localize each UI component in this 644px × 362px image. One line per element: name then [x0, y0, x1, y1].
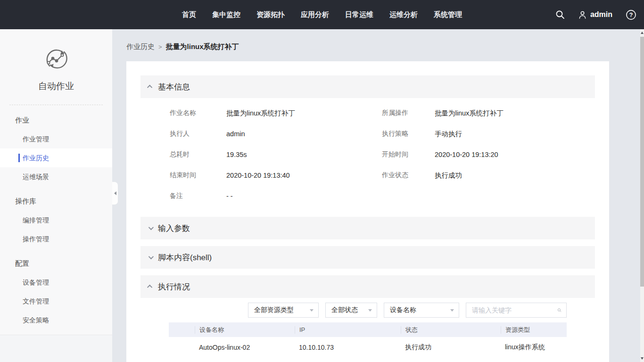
sidebar-footer	[0, 335, 112, 362]
search-field-select[interactable]: 设备名称	[384, 303, 459, 318]
search-icon[interactable]	[555, 10, 565, 19]
scroll-up-button[interactable]	[640, 32, 644, 34]
keyword-search-box	[466, 303, 567, 318]
sidebar-group-config: 配置	[0, 254, 112, 273]
section-basic-info-header[interactable]: 基本信息	[140, 75, 595, 98]
column-header-ip: IP	[295, 326, 401, 334]
table-row[interactable]: AutoOps-linux-02 10.10.10.73 执行成功 linux操…	[169, 337, 567, 358]
field-label: 开始时间	[382, 150, 435, 159]
field-value: 19.35s	[226, 151, 382, 158]
sidebar-item-ops-scenario[interactable]: 运维场景	[0, 167, 112, 186]
sidebar-item-job-history[interactable]: 作业历史	[0, 148, 112, 167]
main-content: 作业历史 > 批量为linux系统打补丁 基本信息 作业名称 批量为linux系…	[112, 29, 644, 362]
svg-text:?: ?	[629, 11, 633, 18]
field-label: 执行人	[170, 130, 226, 138]
basic-info-fields: 作业名称 批量为linux系统打补丁 所属操作 批量为linux系统打补丁 执行…	[140, 98, 595, 217]
nav-system-mgmt[interactable]: 系统管理	[434, 10, 462, 19]
execution-filters: 全部资源类型 全部状态 设备名称	[169, 303, 567, 318]
cell-status: 执行成功	[401, 343, 501, 352]
section-input-params-title: 输入参数	[158, 223, 190, 234]
field-value: 手动执行	[435, 130, 595, 139]
nav-topology[interactable]: 资源拓扑	[256, 10, 285, 19]
section-script-content-header[interactable]: 脚本内容(shell)	[140, 246, 595, 269]
sidebar-group-jobs: 作业	[0, 111, 112, 130]
sidebar-collapse-handle[interactable]	[112, 181, 118, 205]
field-value: 执行成功	[435, 171, 595, 180]
nav-ops-analysis[interactable]: 运维分析	[389, 10, 418, 19]
chevron-up-icon	[147, 285, 152, 290]
execution-table: 设备名称 IP 状态 资源类型 AutoOps-linux-02 10.10.1…	[169, 322, 567, 358]
sidebar-group-operation-lib: 操作库	[0, 192, 112, 211]
keyword-input[interactable]	[472, 306, 557, 314]
table-header-row: 设备名称 IP 状态 资源类型	[169, 322, 567, 337]
sidebar-item-security-policy[interactable]: 安全策略	[0, 311, 112, 329]
sidebar-divider	[9, 105, 103, 105]
status-select[interactable]: 全部状态	[325, 303, 377, 318]
cell-ip: 10.10.10.73	[295, 344, 401, 351]
field-value: admin	[226, 130, 382, 138]
sidebar-item-operation-mgmt[interactable]: 操作管理	[0, 230, 112, 248]
field-label: 作业名称	[170, 109, 226, 117]
username: admin	[590, 10, 612, 19]
field-label: 作业状态	[382, 171, 435, 180]
caret-down-icon	[450, 309, 454, 312]
column-header-device: 设备名称	[195, 326, 295, 334]
sidebar-item-orchestration-mgmt[interactable]: 编排管理	[0, 211, 112, 230]
expand-column-header	[169, 326, 195, 334]
field-value: 批量为linux系统打补丁	[226, 109, 382, 118]
scrollbar-thumb[interactable]	[640, 37, 644, 287]
top-nav: 首页 集中监控 资源拓扑 应用分析 日常运维 运维分析 系统管理	[182, 0, 462, 29]
page-scrollbar	[640, 29, 644, 362]
sidebar-item-file-mgmt[interactable]: 文件管理	[0, 292, 112, 311]
field-label: 执行策略	[382, 130, 435, 138]
breadcrumb: 作业历史 > 批量为linux系统打补丁	[112, 29, 644, 51]
chevron-down-icon	[149, 254, 154, 259]
app-title: 自动作业	[0, 80, 112, 92]
chevron-up-icon	[147, 85, 152, 90]
cell-device-name: AutoOps-linux-02	[195, 344, 295, 351]
nav-home[interactable]: 首页	[182, 10, 196, 19]
user-menu[interactable]: admin	[578, 10, 612, 19]
sidebar-item-job-management[interactable]: 作业管理	[0, 130, 112, 148]
caret-down-icon	[310, 309, 314, 312]
sidebar-brand: 自动作业	[0, 29, 112, 92]
breadcrumb-separator: >	[158, 43, 162, 50]
breadcrumb-current: 批量为linux系统打补丁	[166, 42, 239, 51]
section-basic-info-title: 基本信息	[158, 82, 190, 92]
nav-monitoring[interactable]: 集中监控	[212, 10, 240, 19]
nav-app-analysis[interactable]: 应用分析	[301, 10, 329, 19]
field-label: 备注	[170, 192, 226, 200]
field-label: 所属操作	[382, 109, 435, 117]
section-input-params-header[interactable]: 输入参数	[140, 217, 595, 239]
section-execution-title: 执行情况	[158, 281, 190, 292]
field-value: 2020-10-20 19:13:20	[435, 151, 595, 158]
search-icon[interactable]	[557, 306, 561, 314]
section-script-content-title: 脚本内容(shell)	[158, 252, 212, 263]
field-value: - -	[226, 192, 382, 200]
scroll-down-button[interactable]	[640, 357, 644, 360]
field-label: 总耗时	[170, 150, 226, 159]
help-icon[interactable]: ?	[626, 9, 636, 20]
resource-type-value: 全部资源类型	[254, 306, 294, 314]
auto-job-icon	[39, 45, 73, 72]
caret-down-icon	[368, 309, 372, 312]
nav-daily-ops[interactable]: 日常运维	[345, 10, 373, 19]
collapse-arrow-icon	[114, 191, 116, 195]
sidebar: 自动作业 作业 作业管理 作业历史 运维场景 操作库 编排管理 操作管理 配置 …	[0, 29, 112, 362]
field-label: 结束时间	[170, 171, 226, 180]
resource-type-select[interactable]: 全部资源类型	[248, 303, 319, 318]
user-icon	[578, 10, 587, 19]
job-detail-card: 基本信息 作业名称 批量为linux系统打补丁 所属操作 批量为linux系统打…	[126, 61, 609, 362]
field-value: 批量为linux系统打补丁	[435, 109, 595, 118]
cell-resource-type: linux操作系统	[501, 343, 567, 352]
section-execution-header[interactable]: 执行情况	[140, 275, 595, 298]
sidebar-item-device-mgmt[interactable]: 设备管理	[0, 273, 112, 292]
search-field-value: 设备名称	[390, 306, 416, 314]
chevron-down-icon	[149, 225, 154, 230]
top-bar-actions: admin ?	[555, 0, 640, 29]
breadcrumb-parent[interactable]: 作业历史	[126, 42, 155, 51]
field-value: 2020-10-20 19:13:40	[226, 172, 382, 179]
column-header-status: 状态	[401, 326, 501, 334]
top-bar: 首页 集中监控 资源拓扑 应用分析 日常运维 运维分析 系统管理 admin ?	[0, 0, 644, 29]
column-header-type: 资源类型	[501, 326, 567, 334]
